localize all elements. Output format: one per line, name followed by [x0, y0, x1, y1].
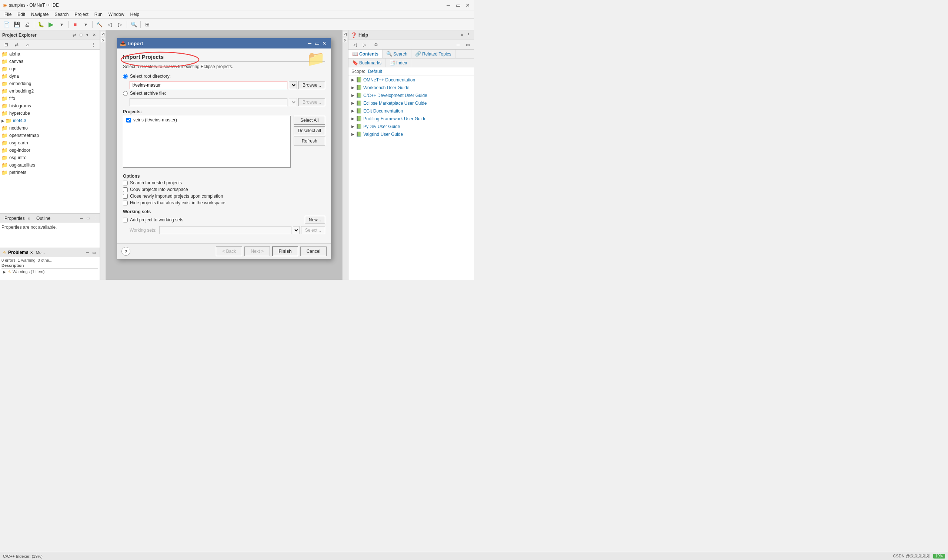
scope-link[interactable]: Default: [368, 69, 382, 74]
menu-run[interactable]: Run: [91, 11, 106, 18]
help-close[interactable]: ✕: [458, 32, 465, 38]
properties-max[interactable]: ▭: [85, 215, 91, 222]
nested-checkbox[interactable]: [123, 181, 128, 185]
tree-item-osg-earth[interactable]: 📁 osg-earth: [0, 139, 100, 146]
properties-menu[interactable]: ⋮: [91, 215, 98, 222]
help-item-omnetpp[interactable]: ▶ 📗 OMNeT++ Documentation: [348, 76, 474, 84]
root-dir-label[interactable]: Select root directory:: [130, 74, 171, 79]
menu-search[interactable]: Search: [51, 11, 71, 18]
new-button[interactable]: 📄: [2, 20, 11, 29]
tree-item-embedding[interactable]: 📁 embedding: [0, 80, 100, 87]
hide-label[interactable]: Hide projects that already exist in the …: [130, 200, 225, 205]
run-button[interactable]: ▶: [46, 20, 56, 29]
stop-button[interactable]: ■: [70, 20, 80, 29]
tree-item-osg-intro[interactable]: 📁 osg-intro: [0, 154, 100, 162]
root-browse-button[interactable]: Browse...: [299, 81, 325, 89]
menu-navigate[interactable]: Navigate: [28, 11, 51, 18]
sash-r-min[interactable]: ◁: [343, 32, 347, 36]
marketplace-link[interactable]: Eclipse Marketplace User Guide: [363, 101, 427, 106]
tab-bookmarks[interactable]: 🔖 Bookmarks: [348, 58, 385, 67]
cancel-button[interactable]: Cancel: [300, 246, 327, 256]
problems-close[interactable]: ✕: [30, 251, 33, 255]
help-forward[interactable]: ▷: [359, 40, 369, 49]
tree-item-dyna[interactable]: 📁 dyna: [0, 72, 100, 80]
copy-checkbox[interactable]: [123, 187, 128, 192]
menu-edit[interactable]: Edit: [14, 11, 28, 18]
close-checkbox[interactable]: [123, 194, 128, 199]
menu-help[interactable]: Help: [127, 11, 143, 18]
copy-label[interactable]: Copy projects into workspace: [130, 187, 188, 192]
warnings-row[interactable]: ▶ ⚠ Warnings (1 item): [2, 269, 98, 275]
ws-select[interactable]: [159, 226, 291, 234]
valgrind-link[interactable]: Valgrind User Guide: [363, 132, 403, 137]
stop-dropdown[interactable]: ▾: [81, 20, 90, 29]
tab-index[interactable]: 📑 Index: [385, 58, 411, 67]
help-max[interactable]: ▭: [463, 40, 473, 49]
left-sash[interactable]: ◁ ▷: [100, 30, 106, 280]
maximize-button[interactable]: ▭: [455, 2, 461, 9]
more-tabs[interactable]: Mo...: [36, 250, 45, 255]
omnetpp-link[interactable]: OMNeT++ Documentation: [363, 77, 415, 83]
close-label[interactable]: Close newly imported projects upon compl…: [130, 194, 223, 199]
menu-file[interactable]: File: [2, 11, 14, 18]
sash-max[interactable]: ▷: [101, 38, 105, 42]
help-item-marketplace[interactable]: ▶ 📗 Eclipse Marketplace User Guide: [348, 99, 474, 107]
help-button[interactable]: ?: [122, 247, 130, 256]
menu-window[interactable]: Window: [106, 11, 127, 18]
maximize-editor[interactable]: ⊞: [143, 20, 152, 29]
problems-min[interactable]: ─: [84, 249, 91, 256]
tree-item-histograms[interactable]: 📁 histograms: [0, 102, 100, 109]
tree-item-openstreetmap[interactable]: 📁 openstreetmap: [0, 132, 100, 139]
cpp-link[interactable]: C/C++ Development User Guide: [363, 93, 427, 98]
egit-link[interactable]: EGit Documentation: [363, 108, 403, 114]
project-explorer-close[interactable]: ✕: [91, 32, 97, 38]
archive-browse-button[interactable]: Browse...: [299, 98, 325, 106]
tree-item-neddemo[interactable]: 📁 neddemo: [0, 125, 100, 132]
help-item-cpp[interactable]: ▶ 📗 C/C++ Development User Guide: [348, 91, 474, 99]
tree-item-embedding2[interactable]: 📁 embedding2: [0, 87, 100, 95]
link-editor-btn[interactable]: ⇄: [12, 40, 22, 49]
deselect-all-button[interactable]: Deselect All: [294, 126, 325, 135]
sash-min[interactable]: ◁: [101, 32, 105, 36]
archive-input[interactable]: [129, 98, 287, 106]
new-ws-button[interactable]: New...: [305, 216, 325, 224]
right-sash[interactable]: ◁ ▷: [342, 30, 348, 280]
help-menu[interactable]: ⋮: [465, 32, 472, 38]
hide-checkbox[interactable]: [123, 201, 128, 205]
pydev-link[interactable]: PyDev User Guide: [363, 124, 400, 129]
properties-tab[interactable]: Properties ✕: [2, 215, 33, 222]
print-button[interactable]: 🖨: [22, 20, 32, 29]
archive-dropdown[interactable]: [289, 98, 297, 106]
sash-r-max[interactable]: ▷: [343, 38, 347, 42]
back-button[interactable]: < Back: [216, 246, 242, 256]
nested-label[interactable]: Search for nested projects: [130, 180, 182, 185]
tree-item-hypercube[interactable]: 📁 hypercube: [0, 109, 100, 117]
project-explorer-sync[interactable]: ⇄: [71, 32, 77, 38]
refresh-button[interactable]: Refresh: [294, 137, 325, 145]
archive-radio[interactable]: [123, 91, 128, 96]
help-back[interactable]: ◁: [350, 40, 359, 49]
project-item-veins[interactable]: veins (I:\veins-master): [123, 116, 290, 124]
tree-item-osg-satellites[interactable]: 📁 osg-satellites: [0, 162, 100, 169]
root-dir-dropdown[interactable]: [289, 81, 297, 89]
root-dir-radio[interactable]: [123, 74, 128, 79]
finish-button[interactable]: Finish: [272, 246, 298, 256]
tab-related[interactable]: 🔗 Related Topics: [412, 49, 455, 58]
tree-item-aloha[interactable]: 📁 aloha: [0, 50, 100, 58]
select-ws-button[interactable]: Select...: [301, 226, 325, 234]
project-checkbox[interactable]: [126, 118, 131, 123]
run-dropdown[interactable]: ▾: [57, 20, 66, 29]
dialog-min[interactable]: ─: [306, 40, 313, 47]
tree-item-canvas[interactable]: 📁 canvas: [0, 58, 100, 65]
ws-dropdown[interactable]: [293, 226, 300, 234]
save-button[interactable]: 💾: [12, 20, 22, 29]
archive-label[interactable]: Select archive file:: [130, 91, 166, 96]
problems-tab-label[interactable]: Problems: [8, 250, 29, 255]
debug-button[interactable]: 🐛: [36, 20, 46, 29]
help-settings[interactable]: ⚙: [371, 40, 381, 49]
tree-item-petrinets[interactable]: 📁 petrinets: [0, 169, 100, 176]
tree-item-osg-indoor[interactable]: 📁 osg-indoor: [0, 146, 100, 154]
tree-item-fifo[interactable]: 📁 fifo: [0, 95, 100, 102]
help-item-workbench[interactable]: ▶ 📗 Workbench User Guide: [348, 84, 474, 91]
outline-tab[interactable]: Outline: [33, 215, 53, 222]
